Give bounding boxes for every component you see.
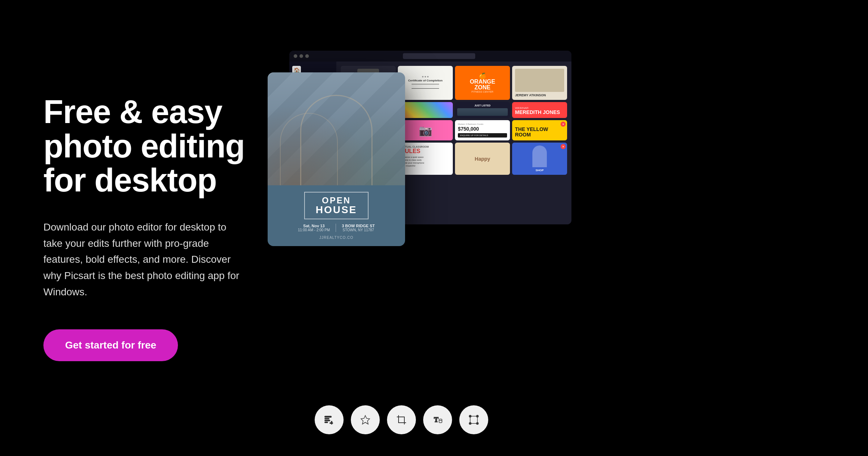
re-label: Modern 3 Bedroom Condo <box>458 123 507 125</box>
svg-rect-5 <box>330 423 333 423</box>
template-card-yellow-room[interactable]: THE YELLOW ROOM ✕ <box>512 120 567 140</box>
moh-date-label: Sat, Nov 13 <box>298 224 330 228</box>
camera-icon: 📷 <box>419 124 432 137</box>
oz-sub-text: FITNESS CENTER <box>472 90 493 93</box>
moh-open-text: OPEN <box>316 196 357 205</box>
toolbar-crop-button[interactable] <box>387 405 416 434</box>
svg-point-11 <box>469 415 471 417</box>
app-titlebar <box>289 51 571 62</box>
template-card-rainbow[interactable] <box>398 102 453 118</box>
card-delete-button[interactable]: ✕ <box>561 122 566 127</box>
template-card-realestate[interactable]: Modern 3 Bedroom Condo $750,000 ENQUIRE … <box>455 120 510 140</box>
jeremy-photo <box>515 69 564 92</box>
toolbar-favorites-button[interactable] <box>351 405 380 434</box>
re-price: $750,000 <box>458 126 507 132</box>
rules-header: VIRTUAL CLASSROOM <box>401 145 450 148</box>
page-wrapper: Free & easy photo editing for desktop Do… <box>0 0 868 456</box>
crop-icon <box>396 414 407 426</box>
jeremy-name: JEREMY ATKINSON <box>515 93 564 97</box>
template-card-shopping[interactable]: SHOP ✕ <box>512 143 567 175</box>
rules-title: RULES <box>401 148 450 155</box>
template-card-camera[interactable]: 📷 <box>398 120 453 140</box>
star-icon <box>359 414 371 426</box>
template-card-happy[interactable]: Happy <box>455 143 510 175</box>
bottom-toolbar: T <box>315 405 488 434</box>
cert-line-1 <box>412 84 439 84</box>
re-cta-button[interactable]: ENQUIRE UP FOR DETAILS <box>458 133 507 138</box>
rules-item-4: • Be respectful <box>401 165 450 167</box>
titlebar-dot-1 <box>294 54 297 58</box>
toolbar-text-add-button[interactable] <box>315 405 344 434</box>
template-card-certificate[interactable]: Certificate of Completion <box>398 66 453 100</box>
shopping-delete-button[interactable]: ✕ <box>561 144 566 149</box>
cert-title: Certificate of Completion <box>408 79 442 82</box>
rules-list: • Choose a quiet space • Come to class e… <box>401 156 450 167</box>
template-card-meredith[interactable]: WEBINAR MEREDITH JONES <box>512 102 567 118</box>
titlebar-url-bar <box>403 53 475 59</box>
moh-city-value: STOWN, NY 11787 <box>342 228 375 232</box>
svg-rect-3 <box>325 422 328 423</box>
svg-rect-8 <box>439 419 442 423</box>
titlebar-dot-2 <box>299 54 303 58</box>
svg-text:T: T <box>434 416 438 423</box>
toolbar-text-style-button[interactable]: T <box>423 405 452 434</box>
main-open-house-card[interactable]: OPEN HOUSE Sat, Nov 13 11:00 AM - 2:00 P… <box>268 72 405 246</box>
cert-dot-3 <box>427 76 429 77</box>
cert-line-3 <box>412 87 439 87</box>
moh-divider <box>336 224 336 232</box>
text-add-icon <box>323 414 335 426</box>
cert-lines <box>406 83 445 90</box>
cert-line-4 <box>412 88 439 89</box>
cert-dot-1 <box>422 76 424 77</box>
right-column: 🏠 Start Editing 🔍 Search Recent Template… <box>268 0 825 456</box>
cert-dots <box>422 76 429 77</box>
svg-point-12 <box>477 415 478 417</box>
template-card-rules[interactable]: VIRTUAL CLASSROOM RULES • Choose a quiet… <box>398 143 453 175</box>
svg-point-13 <box>469 423 471 425</box>
cert-dot-2 <box>425 76 426 77</box>
moh-address-col: 3 BOW RIDGE ST STOWN, NY 11787 <box>342 224 375 232</box>
template-card-just-listed[interactable]: JUST LISTED <box>455 102 510 118</box>
shopping-figure <box>532 145 547 167</box>
moh-time-value: 11:00 AM - 2:00 PM <box>298 228 330 232</box>
jl-badge: JUST LISTED <box>457 104 508 107</box>
jl-building-image <box>457 108 508 116</box>
moh-url: JJREALTYCO.CO <box>319 236 353 240</box>
moh-date-col: Sat, Nov 13 11:00 AM - 2:00 PM <box>298 224 330 232</box>
happy-text: Happy <box>475 156 490 162</box>
shopping-text: SHOP <box>536 169 544 172</box>
titlebar-center <box>311 53 567 59</box>
oz-logo-text: 🍊ORANGEZONE <box>470 73 495 90</box>
svg-marker-6 <box>361 415 370 424</box>
svg-rect-2 <box>325 420 330 421</box>
rules-item-2: • Come to class early <box>401 159 450 161</box>
svg-point-14 <box>477 423 478 425</box>
rules-item-3: • Mute your microphone <box>401 162 450 164</box>
template-card-jeremy[interactable]: JEREMY ATKINSON <box>512 66 567 100</box>
mj-name: MEREDITH JONES <box>515 110 564 115</box>
titlebar-dot-3 <box>305 54 309 58</box>
moh-house-text: HOUSE <box>316 205 357 215</box>
rules-item-1: • Choose a quiet space <box>401 156 450 158</box>
yellow-room-text: THE YELLOW ROOM <box>515 127 564 138</box>
text-style-icon: T <box>432 414 443 426</box>
template-card-orange-zone[interactable]: 🍊ORANGEZONE FITNESS CENTER <box>455 66 510 100</box>
subtext: Download our photo editor for desktop to… <box>43 219 246 300</box>
cert-line-2 <box>412 85 439 86</box>
cta-button[interactable]: Get started for free <box>43 329 178 361</box>
svg-rect-0 <box>325 416 331 417</box>
transform-icon <box>468 414 480 426</box>
left-column: Free & easy photo editing for desktop Do… <box>43 95 268 361</box>
moh-open-house-box: OPEN HOUSE <box>304 192 369 219</box>
moh-address-label: 3 BOW RIDGE ST <box>342 224 375 228</box>
moh-banner: OPEN HOUSE Sat, Nov 13 11:00 AM - 2:00 P… <box>268 185 405 246</box>
svg-rect-10 <box>470 416 477 423</box>
svg-rect-1 <box>325 418 329 419</box>
moh-architecture-photo <box>268 72 405 185</box>
moh-details-row: Sat, Nov 13 11:00 AM - 2:00 PM 3 BOW RID… <box>298 224 375 232</box>
headline: Free & easy photo editing for desktop <box>43 95 246 198</box>
toolbar-transform-button[interactable] <box>459 405 488 434</box>
arch-shape-secondary <box>280 113 338 185</box>
